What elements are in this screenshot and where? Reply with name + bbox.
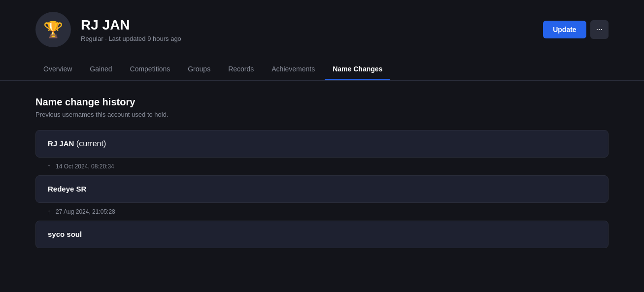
more-options-button[interactable]: ··· (590, 20, 609, 39)
section-title: Name change history (35, 97, 609, 108)
arrow-up-icon-2: ↑ (47, 208, 51, 216)
name-entry-username-3: syco soul (48, 230, 82, 238)
username: RJ JAN (81, 17, 181, 33)
change-date-2: 27 Aug 2024, 21:05:28 (56, 208, 115, 215)
tab-gained[interactable]: Gained (82, 59, 120, 80)
update-button[interactable]: Update (543, 21, 586, 38)
tab-records[interactable]: Records (220, 59, 262, 80)
user-meta: Regular · Last updated 9 hours ago (81, 35, 181, 42)
navigation-tabs: Overview Gained Competitions Groups Reco… (0, 59, 644, 81)
change-arrow-2: ↑ 27 Aug 2024, 21:05:28 (35, 203, 609, 221)
change-date-1: 14 Oct 2024, 08:20:34 (56, 163, 114, 170)
avatar: 🏆 (35, 12, 71, 47)
header-actions: Update ··· (543, 20, 609, 39)
tab-name-changes[interactable]: Name Changes (325, 59, 390, 80)
name-entry-current: RJ JAN (current) (35, 130, 609, 158)
user-rank: Regular (81, 35, 103, 42)
tab-achievements[interactable]: Achievements (264, 59, 323, 80)
name-entry-username-2: Redeye SR (48, 185, 86, 193)
name-entry-redeye: Redeye SR (35, 175, 609, 203)
name-entry-syco: syco soul (35, 221, 609, 248)
tab-competitions[interactable]: Competitions (122, 59, 178, 80)
change-arrow-1: ↑ 14 Oct 2024, 08:20:34 (35, 158, 609, 175)
last-updated: Last updated 9 hours ago (108, 35, 181, 42)
main-content: Name change history Previous usernames t… (0, 81, 644, 264)
user-info: RJ JAN Regular · Last updated 9 hours ag… (81, 17, 181, 42)
arrow-up-icon: ↑ (47, 162, 51, 170)
section-subtitle: Previous usernames this account used to … (35, 111, 609, 118)
trophy-icon: 🏆 (43, 20, 63, 39)
tab-overview[interactable]: Overview (35, 59, 80, 80)
tab-groups[interactable]: Groups (180, 59, 218, 80)
current-badge: (current) (76, 139, 106, 148)
page-header: 🏆 RJ JAN Regular · Last updated 9 hours … (0, 0, 644, 59)
user-profile-section: 🏆 RJ JAN Regular · Last updated 9 hours … (35, 12, 181, 47)
name-entry-username: RJ JAN (48, 139, 74, 148)
